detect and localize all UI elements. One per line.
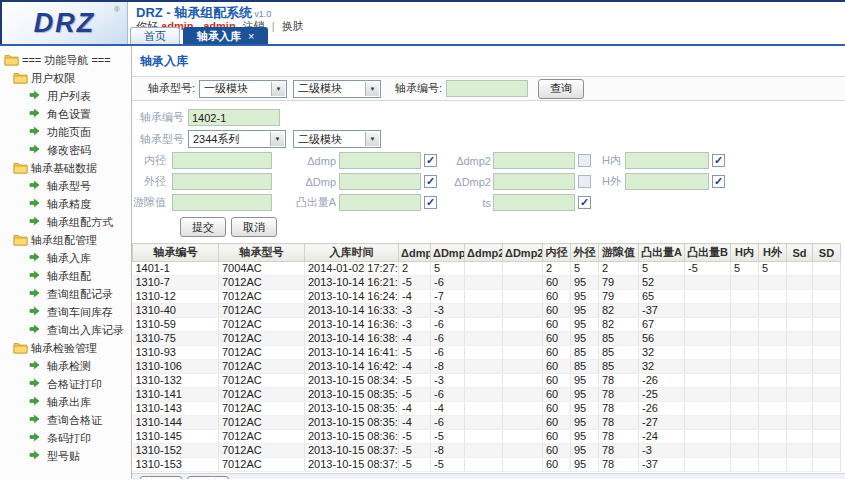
sidebar-item[interactable]: 型号贴 bbox=[0, 447, 131, 465]
table-cell bbox=[787, 332, 813, 346]
table-row[interactable]: 1401-17004AC2014-01-02 17:27:03252525-55… bbox=[133, 262, 841, 276]
field-input[interactable] bbox=[339, 152, 421, 169]
field-input[interactable] bbox=[172, 194, 272, 211]
arrow-icon bbox=[29, 396, 44, 408]
checkbox[interactable]: ✓ bbox=[578, 196, 591, 209]
table-cell: -5 bbox=[431, 458, 465, 472]
table-cell bbox=[731, 304, 759, 318]
table-cell: 95 bbox=[571, 402, 599, 416]
table-row[interactable]: 1310-1067012AC2013-10-14 16:42:34-4-8608… bbox=[133, 360, 841, 374]
table-row[interactable]: 1310-1457012AC2013-10-15 08:36:14-5-5609… bbox=[133, 430, 841, 444]
sidebar-item[interactable]: 查询组配记录 bbox=[0, 285, 131, 303]
field-input[interactable] bbox=[172, 152, 272, 169]
table-cell bbox=[759, 318, 787, 332]
table-cell: 1310-153 bbox=[133, 458, 219, 472]
cancel-button[interactable]: 取消 bbox=[231, 217, 277, 237]
table-cell: 85 bbox=[571, 360, 599, 374]
field-input[interactable] bbox=[339, 194, 421, 211]
tab-bearing-inbound[interactable]: 轴承入库× bbox=[183, 27, 268, 44]
arrow-icon bbox=[29, 252, 44, 264]
table-row[interactable]: 1310-1537012AC2013-10-15 08:37:56-5-5609… bbox=[133, 458, 841, 472]
sidebar-folder[interactable]: 轴承检验管理 bbox=[0, 339, 131, 357]
table-cell: 60 bbox=[543, 430, 571, 444]
table-row[interactable]: 1310-757012AC2013-10-14 16:38:07-4-66095… bbox=[133, 332, 841, 346]
level2-module-select[interactable]: 二级模块 ▼ bbox=[293, 80, 381, 98]
submit-button[interactable]: 提交 bbox=[180, 217, 226, 237]
field-input[interactable] bbox=[625, 173, 709, 190]
serial-field-input[interactable] bbox=[188, 109, 280, 126]
query-button[interactable]: 查询 bbox=[538, 79, 584, 99]
checkbox[interactable]: ✓ bbox=[712, 175, 725, 188]
checkbox[interactable]: ✓ bbox=[712, 154, 725, 167]
table-cell bbox=[813, 262, 841, 276]
sidebar-item[interactable]: 轴承出库 bbox=[0, 393, 131, 411]
sidebar-item[interactable]: 查询出入库记录 bbox=[0, 321, 131, 339]
table-row[interactable]: 1310-1417012AC2013-10-15 08:35:20-5-6609… bbox=[133, 388, 841, 402]
field-label: H外 bbox=[595, 174, 621, 189]
search-serial-input[interactable] bbox=[446, 80, 528, 97]
change-skin-link[interactable]: 换肤 bbox=[282, 20, 304, 32]
sidebar-item[interactable]: 查询合格证 bbox=[0, 411, 131, 429]
arrow-icon bbox=[29, 180, 44, 192]
add-button[interactable]: 添加 bbox=[140, 476, 182, 480]
sidebar-item[interactable]: 用户列表 bbox=[0, 87, 131, 105]
table-cell bbox=[685, 360, 731, 374]
field-input[interactable] bbox=[493, 152, 575, 169]
table-row[interactable]: 1310-77012AC2013-10-14 16:21:14-5-660957… bbox=[133, 276, 841, 290]
table-row[interactable]: 1310-127012AC2013-10-14 16:24:33-4-76095… bbox=[133, 290, 841, 304]
series-select[interactable]: 2344系列 ▼ bbox=[188, 130, 286, 148]
table-cell: -6 bbox=[431, 318, 465, 332]
arrow-icon bbox=[29, 450, 44, 462]
field-input[interactable] bbox=[493, 194, 575, 211]
sidebar-item[interactable]: 轴承入库 bbox=[0, 249, 131, 267]
sidebar-item[interactable]: 合格证打印 bbox=[0, 375, 131, 393]
table-cell bbox=[465, 290, 503, 304]
field-input[interactable] bbox=[172, 173, 272, 190]
sidebar-folder[interactable]: 轴承基础数据 bbox=[0, 159, 131, 177]
checkbox[interactable]: ✓ bbox=[424, 196, 437, 209]
table-cell: -5 bbox=[399, 444, 431, 458]
sidebar-item[interactable]: 修改密码 bbox=[0, 141, 131, 159]
table-row[interactable]: 1310-1437012AC2013-10-15 08:35:48-4-4609… bbox=[133, 402, 841, 416]
sidebar-item[interactable]: 轴承型号 bbox=[0, 177, 131, 195]
checkbox[interactable]: ✓ bbox=[424, 154, 437, 167]
sidebar-item[interactable]: 轴承组配方式 bbox=[0, 213, 131, 231]
tree-label: 轴承型号 bbox=[47, 179, 91, 194]
tree-label: 用户列表 bbox=[47, 89, 91, 104]
level1-module-select[interactable]: 一级模块 ▼ bbox=[199, 80, 287, 98]
table-cell bbox=[813, 416, 841, 430]
table-row[interactable]: 1310-597012AC2013-10-14 16:36:16-3-66095… bbox=[133, 318, 841, 332]
table-row[interactable]: 1310-1527012AC2013-10-15 08:37:47-5-8609… bbox=[133, 444, 841, 458]
sidebar-item[interactable]: 查询车间库存 bbox=[0, 303, 131, 321]
sidebar-item[interactable]: 功能页面 bbox=[0, 123, 131, 141]
table-row[interactable]: 1310-1447012AC2013-10-15 08:35:56-4-6609… bbox=[133, 416, 841, 430]
table-cell bbox=[465, 402, 503, 416]
checkbox[interactable]: ✓ bbox=[424, 175, 437, 188]
module-select[interactable]: 二级模块 ▼ bbox=[293, 130, 381, 148]
sidebar-folder[interactable]: 轴承组配管理 bbox=[0, 231, 131, 249]
field-input[interactable] bbox=[493, 173, 575, 190]
checkbox[interactable] bbox=[578, 154, 591, 167]
table-cell: 7004AC bbox=[219, 262, 305, 276]
table-cell bbox=[503, 416, 543, 430]
sidebar-item[interactable]: 条码打印 bbox=[0, 429, 131, 447]
sidebar-folder[interactable]: === 功能导航 === bbox=[0, 51, 131, 69]
table-cell: 85 bbox=[599, 332, 639, 346]
sidebar-item[interactable]: 角色设置 bbox=[0, 105, 131, 123]
sidebar-folder[interactable]: 用户权限 bbox=[0, 69, 131, 87]
sidebar-item[interactable]: 轴承精度 bbox=[0, 195, 131, 213]
field-input[interactable] bbox=[625, 152, 709, 169]
table-cell: 7012AC bbox=[219, 304, 305, 318]
table-cell bbox=[465, 360, 503, 374]
table-row[interactable]: 1310-937012AC2013-10-14 16:41:01-5-66085… bbox=[133, 346, 841, 360]
checkbox[interactable] bbox=[578, 175, 591, 188]
table-row[interactable]: 1310-407012AC2013-10-14 16:33:26-3-36095… bbox=[133, 304, 841, 318]
sidebar-item[interactable]: 轴承检测 bbox=[0, 357, 131, 375]
sidebar-item[interactable]: 轴承组配 bbox=[0, 267, 131, 285]
delete-button[interactable]: 删除 bbox=[187, 476, 229, 480]
close-icon[interactable]: × bbox=[248, 30, 254, 42]
field-input[interactable] bbox=[339, 173, 421, 190]
table-cell: 95 bbox=[571, 458, 599, 472]
table-row[interactable]: 1310-1327012AC2013-10-15 08:34:01-5-3609… bbox=[133, 374, 841, 388]
tab-home[interactable]: 首页 bbox=[130, 27, 180, 44]
